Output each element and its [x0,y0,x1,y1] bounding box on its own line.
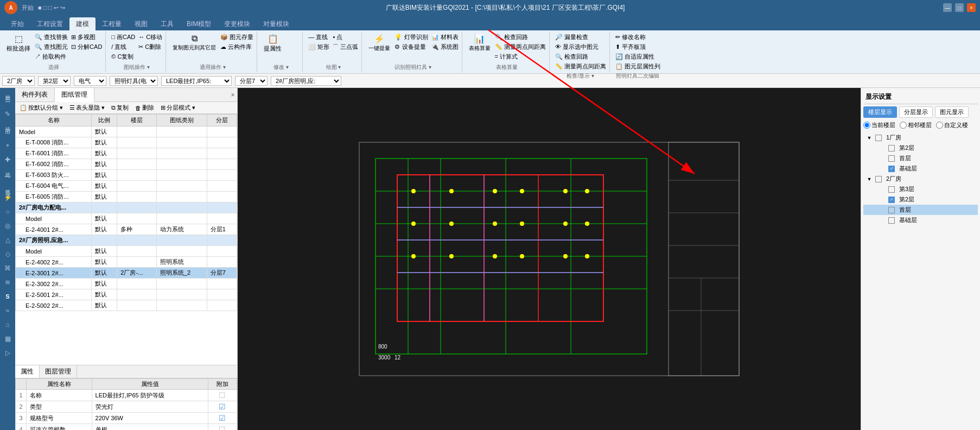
floor-checkbox[interactable]: ✓ [888,197,895,203]
tab-floor-display[interactable]: 楼层显示 [863,106,897,118]
tab-view[interactable]: 视图 [128,17,154,30]
tab-compare[interactable]: 对量模块 [257,17,296,30]
ribbon-btn-measure2[interactable]: 📏 测量两点间距离 [554,62,607,71]
btn-header-toggle[interactable]: ☰表头显隐 ▾ [67,103,107,112]
table-row[interactable]: E-2-4001 2#... 默认 多种 动力系统 分层1 [16,224,237,235]
ribbon-btn-draw-cad[interactable]: □ 画CAD [110,33,136,42]
ribbon-btn-adaptive-attr[interactable]: 🔄 自适应属性 [614,52,661,61]
tree-node-floor[interactable]: 首层 [863,205,978,215]
table-row[interactable]: E-T-6001 消防... 默认 [16,148,237,159]
nav-icon-grid[interactable]: ⊞ [1,125,14,138]
tree-node-floor[interactable]: ▼ 2厂房 [863,174,978,184]
tree-node-floor[interactable]: 第2层 [863,143,978,153]
tab-quantities[interactable]: 工程量 [96,17,128,30]
tab-sublayer-display[interactable]: 分层显示 [899,106,933,118]
table-row[interactable]: E-T-6003 防火... 默认 [16,170,237,181]
table-row[interactable]: E-T-0008 消防... 默认 [16,137,237,148]
tab-layer-management[interactable]: 图层管理 [40,365,77,378]
table-row[interactable]: E-2-5002 2#... 默认 [16,300,237,311]
nav-icon-edit[interactable]: ✎ [1,108,14,121]
ribbon-btn-light-identify[interactable]: 💡 灯带识别 [393,33,429,42]
table-row[interactable]: E-T-6002 消防... 默认 [16,159,237,170]
tab-element-display[interactable]: 图元显示 [935,106,969,118]
ribbon-btn-straight-line[interactable]: — 直线 [307,33,330,42]
filter-sublayer[interactable]: 分层7 [235,76,268,86]
table-row[interactable]: E-2-3002 2#... 默认 [16,279,237,289]
floor-checkbox[interactable] [888,217,895,224]
ribbon-btn-calculate[interactable]: = 计算式 [494,52,547,61]
table-row[interactable]: E-T-6004 电气... 默认 [16,181,237,192]
nav-icon-electric9[interactable]: ≈ [1,304,14,317]
floor-checkbox[interactable] [875,176,882,182]
ribbon-btn-modify-name[interactable]: ✏ 修改名称 [614,33,661,42]
ribbon-btn-box-select[interactable]: ⬚ 框批选择 [4,33,33,54]
tab-modeling[interactable]: 建模 [69,17,96,30]
ribbon-btn-extract-attr[interactable]: 📋 提属性 [262,33,284,54]
filter-floor[interactable]: 第2层 [38,76,71,86]
nav-icon-electric1[interactable]: ⚡ [1,191,14,204]
window-controls[interactable]: — □ × [943,3,976,12]
tree-node-floor[interactable]: 首层 [863,153,978,163]
ribbon-btn-show-selected[interactable]: 👁 显示选中图元 [554,42,607,52]
tree-node-floor[interactable]: ▼ 1厂房 [863,132,978,143]
center-canvas[interactable]: 800 3000 12 [238,88,861,430]
floor-checkbox[interactable] [888,155,895,162]
ribbon-btn-find-replace[interactable]: 🔍 查找替换 [34,33,69,42]
filter-category[interactable]: 电气 [74,76,106,86]
ribbon-btn-pick[interactable]: ↗ 拾取构件 [34,52,69,61]
tab-drawing-management[interactable]: 图纸管理 [55,88,94,102]
ribbon-btn-find-element[interactable]: 🔍 查找图元 [34,42,69,52]
ribbon-btn-one-key-extract[interactable]: ⚡ 一键提量 [366,33,392,53]
ribbon-btn-element-layer-attr[interactable]: 📋 图元层属性列 [614,62,661,71]
tree-node-floor[interactable]: ✓ 基础层 [863,163,978,174]
ribbon-btn-multi-view[interactable]: ⊞ 多视图 [70,33,103,42]
ribbon-btn-check-circuit[interactable]: 🔍 检查回路 [494,33,547,42]
floor-checkbox[interactable] [875,135,882,141]
ribbon-btn-device-extract[interactable]: ⚙ 设备提量 [393,42,429,52]
nav-icon-nav[interactable]: ☰ [1,93,14,106]
radio-current-floor[interactable]: 当前楼层 [863,121,895,129]
tab-change[interactable]: 变更模块 [218,17,257,30]
nav-icon-electric11[interactable]: ▦ [1,332,14,345]
ribbon-btn-check-circuit2[interactable]: 🔍 检查回路 [554,52,607,61]
nav-icon-electric5[interactable]: ◇ [1,248,14,261]
table-row[interactable]: Model 默认 [16,213,237,224]
maximize-button[interactable]: □ [955,3,964,12]
nav-icon-electric6[interactable]: ⌘ [1,262,14,275]
ribbon-btn-table-calc[interactable]: 📊 表格算量 [467,33,493,53]
tab-bim[interactable]: BIM模型 [180,17,218,30]
ribbon-btn-c-copy[interactable]: © C复制 [110,52,136,61]
tree-node-floor[interactable]: 基础层 [863,215,978,225]
ribbon-btn-decompose-cad[interactable]: ⊡ 分解CAD [70,42,103,52]
floor-checkbox[interactable] [888,186,895,193]
filter-building[interactable]: 2厂房 [2,76,35,86]
filter-component[interactable]: LED最挂灯,IP65: [161,76,232,86]
radio-custom-floor[interactable]: 自定义楼 [936,121,968,129]
btn-delete-drawing[interactable]: 🗑删除 [133,103,156,112]
floor-checkbox[interactable]: ✓ [888,166,895,172]
ribbon-btn-c-delete[interactable]: ✂ C删除 [137,42,163,52]
btn-default-group[interactable]: 📋按默认分组 ▾ [17,103,65,112]
floor-checkbox[interactable] [888,207,895,213]
tab-start[interactable]: 开始 [4,17,30,30]
floor-checkbox[interactable] [888,145,895,151]
nav-icon-electric12[interactable]: ▷ [1,346,14,359]
attr-table-row[interactable]: 2 类型 荧光灯 ☑ [16,401,237,413]
tab-attributes[interactable]: 属性 [15,365,40,378]
btn-copy-drawing[interactable]: ⧉复制 [109,103,131,112]
filter-drawing[interactable]: 2#厂房照明,应: [271,76,341,86]
ribbon-btn-point[interactable]: • 点 [332,33,359,42]
ribbon-btn-rectangle[interactable]: ⬜ 矩形 [307,42,330,52]
ribbon-btn-system-diagram[interactable]: 🔌 系统图 [430,42,460,52]
nav-icon-electric3[interactable]: ◎ [1,219,14,232]
nav-icon-electric2[interactable]: ○ [1,205,14,218]
nav-icon-cross2[interactable]: ✚ [1,153,14,166]
tab-tools[interactable]: 工具 [154,17,180,30]
ribbon-btn-element-store[interactable]: 📦 图元存量 [219,33,254,42]
nav-icon-pipe[interactable]: 〜 [1,170,14,184]
table-row[interactable]: Model 默认 [16,127,237,137]
table-row[interactable]: 2#厂房电力配电... [16,203,237,213]
ribbon-btn-copy-to-floor[interactable]: ⧉ 复制图元到其它层 [170,33,218,53]
close-button[interactable]: × [967,3,976,12]
attr-table-row[interactable]: 4 可连立管根数 单根 ☐ [16,424,237,431]
